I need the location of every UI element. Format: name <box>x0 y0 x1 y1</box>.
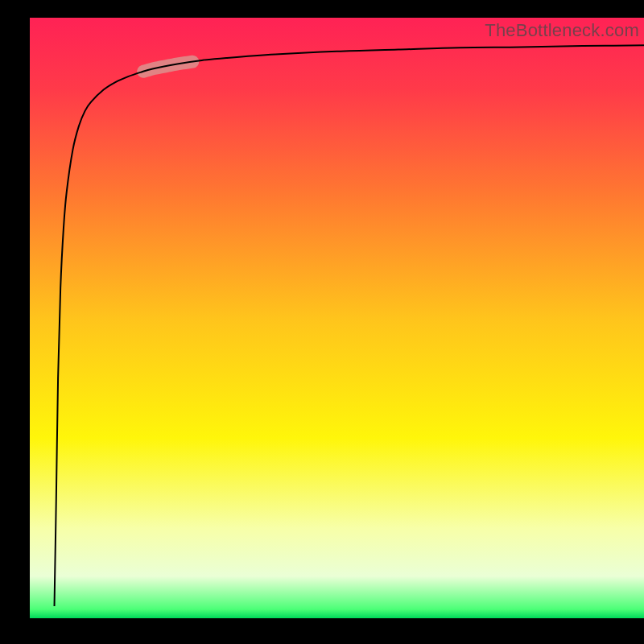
background-gradient <box>30 18 644 618</box>
watermark: TheBottleneck.com <box>485 20 639 41</box>
plot-area: TheBottleneck.com <box>30 18 644 618</box>
svg-rect-0 <box>30 18 644 618</box>
chart-container: TheBottleneck.com <box>0 0 644 644</box>
